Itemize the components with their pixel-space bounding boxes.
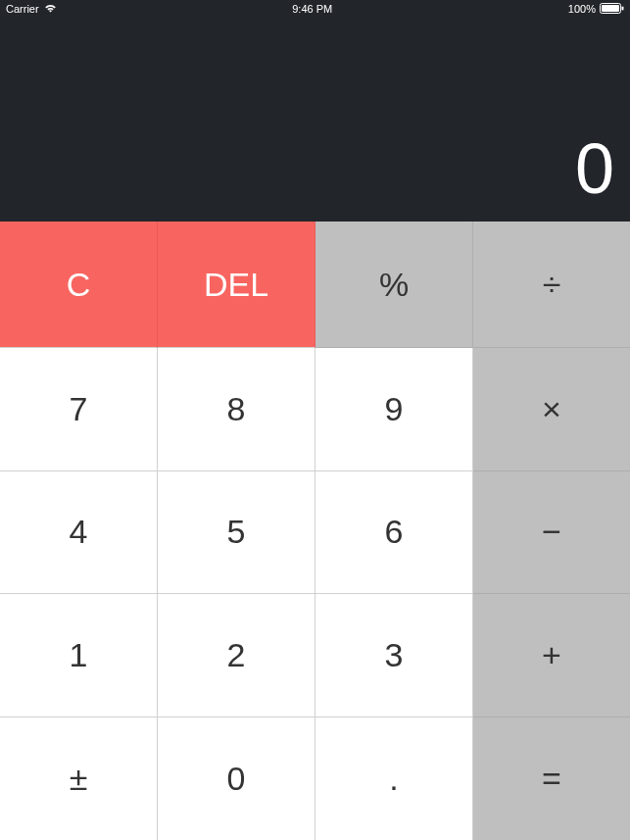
calculator-display: 0 — [0, 17, 630, 222]
equals-button[interactable]: = — [473, 717, 630, 840]
clear-button[interactable]: C — [0, 222, 158, 348]
status-bar: Carrier 9:46 PM 100% — [0, 0, 630, 17]
status-right: 100% — [568, 3, 624, 15]
percent-button[interactable]: % — [315, 222, 473, 348]
digit-5-button[interactable]: 5 — [158, 471, 315, 594]
digit-6-button[interactable]: 6 — [315, 471, 473, 594]
digit-7-button[interactable]: 7 — [0, 348, 158, 470]
delete-button[interactable]: DEL — [158, 222, 315, 348]
digit-9-button[interactable]: 9 — [315, 348, 473, 470]
carrier-label: Carrier — [6, 3, 39, 15]
digit-8-button[interactable]: 8 — [158, 348, 315, 470]
keypad: C DEL % ÷ 7 8 9 × 4 5 6 − 1 2 3 + ± 0 . … — [0, 222, 630, 840]
plusminus-button[interactable]: ± — [0, 717, 158, 840]
status-time: 9:46 PM — [292, 3, 332, 15]
battery-percent: 100% — [568, 3, 596, 15]
divide-button[interactable]: ÷ — [473, 222, 630, 348]
display-value: 0 — [575, 133, 612, 204]
digit-1-button[interactable]: 1 — [0, 594, 158, 716]
status-left: Carrier — [6, 3, 57, 15]
decimal-button[interactable]: . — [315, 717, 473, 840]
plus-button[interactable]: + — [473, 594, 630, 716]
svg-rect-2 — [621, 7, 623, 11]
wifi-icon — [44, 4, 57, 13]
digit-0-button[interactable]: 0 — [158, 717, 315, 840]
digit-4-button[interactable]: 4 — [0, 471, 158, 594]
minus-button[interactable]: − — [473, 471, 630, 594]
svg-rect-1 — [602, 5, 619, 12]
multiply-button[interactable]: × — [473, 348, 630, 470]
digit-2-button[interactable]: 2 — [158, 594, 315, 716]
digit-3-button[interactable]: 3 — [315, 594, 473, 716]
battery-icon — [600, 3, 624, 14]
